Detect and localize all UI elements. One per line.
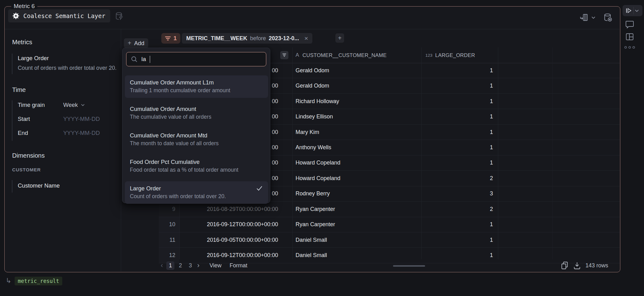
header-divider (5, 29, 619, 29)
filter-chip[interactable]: METRIC_TIME__WEEK before 2023-12-0... × (182, 33, 312, 44)
large-order-cell: 1 (421, 98, 498, 105)
copy-table-icon[interactable] (561, 261, 569, 270)
customer-name-cell: Daniel Small (292, 252, 421, 259)
customer-name-cell: Anthony Wells (292, 144, 421, 151)
metric-option[interactable]: Cumulative Order Amount MtdThe month to … (125, 128, 268, 151)
time-grain-value: Week (63, 102, 78, 108)
warehouse-connection-icon[interactable] (115, 11, 125, 21)
prev-page-icon[interactable]: ‹ (161, 261, 163, 270)
metric-option-description: Count of orders with order total over 20… (130, 192, 263, 201)
large-order-cell: 2 (421, 206, 498, 212)
column-filter-icon[interactable] (280, 51, 288, 59)
filter-operator: before (250, 35, 266, 42)
time-grain-select[interactable]: Week (63, 102, 85, 108)
metric-option[interactable]: Cumulative Order AmountThe cumulative va… (125, 102, 268, 124)
horizontal-scrollbar-thumb[interactable] (393, 265, 425, 267)
large-order-cell: 3 (421, 190, 498, 197)
metrics-heading: Metrics (12, 39, 32, 46)
large-order-cell: 1 (421, 160, 498, 166)
end-date-input[interactable]: YYYY-MM-DD (63, 130, 100, 136)
large-order-cell: 1 (421, 113, 498, 120)
dimension-item[interactable]: Customer Name (18, 182, 60, 189)
plus-icon: + (128, 40, 131, 47)
metric-option-title: Cumulative Order Amount (130, 105, 263, 113)
customer-name-cell: Richard Holloway (292, 98, 421, 105)
layout-icon[interactable] (625, 32, 635, 42)
panel-divider (121, 29, 121, 271)
filter-field: METRIC_TIME__WEEK (186, 35, 247, 42)
page-button[interactable]: 2 (176, 261, 184, 270)
large-order-cell: 1 (421, 237, 498, 243)
end-label: End (18, 130, 28, 136)
remove-filter-icon[interactable]: × (304, 35, 308, 42)
table-row[interactable]: 112016-09-05T00:00:00+00:00Daniel Small1 (159, 232, 620, 248)
view-button[interactable]: View (210, 262, 222, 269)
start-label: Start (18, 116, 30, 122)
metric-option-description: Food order total as a % of total order a… (130, 166, 263, 174)
add-label: Add (134, 40, 144, 47)
metric-option-description: Trailing 1 month cumulative order amount (130, 86, 263, 95)
add-metric-button[interactable]: + Add (124, 38, 148, 48)
customer-name-cell: Rodney Berry (292, 190, 421, 197)
filter-icon (165, 36, 171, 41)
customer-name-cell: Gerald Odom (292, 83, 421, 89)
next-page-icon[interactable]: › (197, 261, 199, 270)
text-cursor (150, 56, 150, 63)
insert-table-icon[interactable] (580, 13, 589, 22)
date-cell: 2016-09-12T00:00:00+00:00 (179, 221, 292, 228)
start-date-input[interactable]: YYYY-MM-DD (63, 116, 100, 122)
preview-data-source-icon[interactable] (603, 12, 613, 22)
metric-search-dropdown: la Cumulative Order Ammount L1mTrailing … (122, 48, 270, 203)
dimensions-heading: Dimensions (12, 152, 45, 159)
customer-name-cell: Gerald Odom (292, 67, 421, 74)
large-order-cell: 1 (421, 221, 498, 228)
large-order-cell: 2 (421, 175, 498, 182)
page-button[interactable]: 3 (186, 261, 194, 270)
row-count-label: 143 rows (585, 262, 608, 269)
customer-name-column-header[interactable]: A CUSTOMER__CUSTOMER_NAME (292, 47, 421, 63)
add-filter-button[interactable]: + (335, 33, 344, 43)
comment-icon[interactable] (625, 19, 635, 29)
metric-item[interactable]: Large Order (18, 55, 49, 62)
metric-option-title: Large Order (130, 184, 263, 192)
result-variable-chip: metric_result (15, 277, 62, 285)
dimensions-guide (12, 180, 12, 193)
time-guide (12, 100, 12, 141)
customer-name-cell: Daniel Small (292, 237, 421, 243)
page-list: 123 (165, 261, 195, 270)
selected-check-icon (256, 184, 263, 192)
format-button[interactable]: Format (230, 262, 247, 269)
download-icon[interactable] (573, 261, 581, 270)
filter-count-badge[interactable]: 1 (161, 33, 180, 44)
page-button[interactable]: 1 (166, 261, 174, 270)
time-grain-label: Time grain (18, 102, 45, 108)
metric-option-title: Cumulative Order Ammount L1m (130, 79, 263, 86)
customer-name-cell: Lindsey Ellison (292, 113, 421, 120)
chevron-down-icon[interactable] (591, 16, 596, 20)
large-order-cell: 1 (421, 252, 498, 259)
date-cell: 2016-09-05T00:00:00+00:00 (179, 237, 292, 243)
more-options-icon[interactable] (624, 45, 636, 49)
row-number-cell: 10 (159, 217, 179, 232)
metric-option[interactable]: Large OrderCount of orders with order to… (125, 181, 268, 204)
metric-search-input[interactable]: la (126, 52, 266, 66)
table-footer-right: 143 rows (561, 261, 608, 270)
metric-option-title: Cumulative Order Amount Mtd (130, 131, 263, 139)
chevron-down-icon (81, 103, 85, 107)
badge-label: Coalesce Semantic Layer (23, 12, 105, 19)
metric-option-description: The cumulative value of all orders (130, 113, 263, 121)
large-order-column-header[interactable]: 123 LARGE_ORDER (421, 47, 498, 63)
metric-option[interactable]: Food Order Pct CumulativeFood order tota… (125, 155, 268, 177)
column-divider (498, 47, 498, 259)
date-cell: 2016-09-12T00:00:00+00:00 (179, 252, 292, 259)
metric-option[interactable]: Cumulative Order Ammount L1mTrailing 1 m… (125, 75, 268, 98)
coalesce-semantic-layer-badge[interactable]: Coalesce Semantic Layer (8, 9, 110, 22)
table-row[interactable]: 102016-09-12T00:00:00+00:00Ryan Carpente… (159, 217, 620, 232)
run-options-chevron-icon[interactable] (635, 9, 639, 13)
run-cell-button[interactable] (623, 5, 642, 16)
metric-option-list: Cumulative Order Ammount L1mTrailing 1 m… (125, 75, 268, 208)
customer-name-cell: Howard Copeland (292, 175, 421, 182)
table-footer-bar: ‹ 123 › View Format (159, 260, 620, 271)
cell-title[interactable]: Metric 6 (11, 3, 37, 10)
search-icon (131, 56, 138, 63)
